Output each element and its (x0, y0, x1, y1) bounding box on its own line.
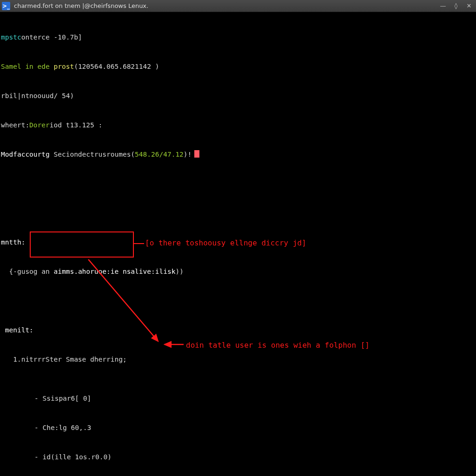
terminal-viewport[interactable]: mpstconterce -10.7b] Samel in ede prost(… (0, 12, 476, 476)
term-line: mpstconterce -10.7b] (1, 33, 476, 42)
term-line: menilt: (1, 325, 476, 335)
term-line: {-gusog an aimms.ahoruoe:ie nsalive:ilis… (1, 267, 476, 277)
list-item: id(ille 1os.r0.0) (1, 452, 476, 462)
window-title: charmed.fort on tnem |@cheirfsnows Lenux… (14, 2, 148, 9)
term-line: Modfaccourtg Seciondectrusroumes(548.26/… (1, 150, 476, 159)
term-line: mntth: (1, 238, 476, 247)
close-button[interactable]: ✕ (464, 1, 474, 11)
annotation-label-2: doin tatle user is ones wieh a folphon [… (186, 340, 370, 350)
annotation-arrow-2 (163, 341, 186, 350)
list-item: Ssispar6[ 0] (1, 394, 476, 403)
window-titlebar: >_ charmed.fort on tnem |@cheirfsnows Le… (0, 0, 476, 12)
term-line: Samel in ede prost(120564.065.6821142 ) (1, 62, 476, 72)
app-icon: >_ (2, 2, 10, 10)
cursor-icon (194, 150, 199, 158)
term-line: 1.nitrrrSter Smase dherring; (1, 355, 476, 364)
list-item: Che:lg 60,.3 (1, 423, 476, 433)
maximize-button[interactable]: ◊ (451, 1, 461, 11)
term-line: rbil|ntnoouud/ 54) (1, 91, 476, 101)
term-line: wheert:Doreriod t13.125 : (1, 120, 476, 130)
minimize-button[interactable]: — (438, 1, 448, 11)
